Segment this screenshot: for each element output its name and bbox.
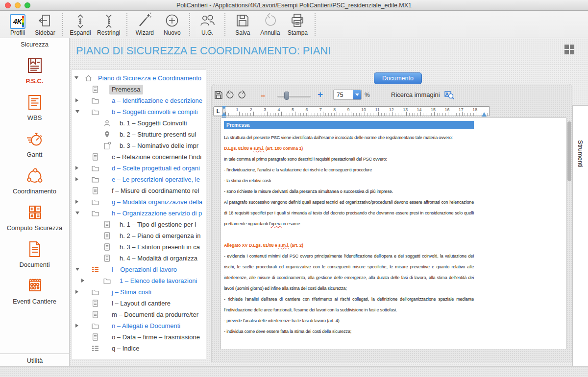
tree-item-label: i – Operazioni di lavoro [112, 264, 177, 275]
body-paragraph: Al paragrafo successivo vengono definiti… [224, 197, 474, 229]
tree-item-12[interactable]: h – Organizzazione servizio di p [72, 208, 206, 219]
disclosure-closed-icon[interactable] [75, 98, 78, 102]
tree-item-label: j – Stima costi [112, 286, 151, 298]
sidebar-item-psc[interactable]: P.S.C. [0, 56, 69, 85]
combobox-dropdown-button[interactable] [353, 90, 361, 99]
toolbar-button-wizard[interactable]: Wizard [134, 12, 155, 36]
tree-item-24[interactable]: q – Indice [72, 343, 206, 354]
toolbar-button-salva[interactable]: Salva [232, 12, 253, 36]
ruler-number: 13 [403, 107, 408, 112]
toolbar-button-profili[interactable]: 4KProfili [7, 12, 28, 36]
toolbar-button-ug[interactable]: U.G. [196, 12, 218, 36]
sidebar-item-coordinamento[interactable]: Coordinamento [0, 166, 69, 195]
zoom-slider-thumb[interactable] [284, 92, 289, 100]
pin-icon [103, 130, 111, 139]
save-document-icon[interactable] [214, 90, 223, 102]
vertical-scrollbar-thumb[interactable] [567, 121, 571, 181]
tree-item-label: c – Relazione concernente l'indi [112, 151, 201, 163]
tree-item-15[interactable]: h. 3 – Estintori presenti in ca [72, 241, 206, 253]
tree-item-label: 1 – Elenco delle lavorazioni [120, 275, 197, 286]
toolbar-button-espandi[interactable]: Espandi [70, 12, 91, 36]
tree-item-7[interactable]: c – Relazione concernente l'indi [72, 151, 206, 163]
tree-item-label: q – Indice [112, 343, 139, 354]
tree-item-label: h. 4 – Modalità di organizza [120, 253, 197, 264]
sidebar-item-wbs[interactable]: WBS [0, 93, 69, 121]
tree-item-9[interactable]: e – Le prescrizioni operative, le [72, 174, 206, 185]
tree-item-23[interactable]: o – Data – firme – trasmissione [72, 331, 206, 343]
tree-item-13[interactable]: h. 1 – Tipo di gestione per i [72, 219, 206, 230]
tree-item-14[interactable]: h. 2 – Piano di emergenza in [72, 230, 206, 241]
tools-side-panel[interactable]: Strumenti [572, 105, 588, 366]
sidebar-item-eventi[interactable]: Eventi Cantiere [0, 276, 69, 305]
tree-item-2[interactable]: a – Identificazione e descrizione [72, 95, 206, 106]
zoom-out-button[interactable]: – [261, 91, 265, 101]
toolbar-button-label: Sidebar [35, 29, 55, 36]
tree-item-5[interactable]: b. 2 – Strutture presenti sul [72, 129, 206, 140]
toolbar-button-sidebar[interactable]: Sidebar [34, 12, 56, 36]
tree-item-1[interactable]: Premessa [72, 84, 206, 95]
image-search-icon[interactable] [444, 90, 455, 102]
tree-item-label: Piano di Sicurezza e Coordinamento [98, 72, 201, 84]
ruler-number: 4 [278, 107, 280, 112]
disclosure-closed-icon[interactable] [81, 279, 84, 283]
tree-item-19[interactable]: j – Stima costi [72, 286, 206, 298]
tree-item-16[interactable]: h. 4 – Modalità di organizza [72, 253, 206, 264]
tree-item-3[interactable]: b – Soggetti coinvolti e compiti [72, 106, 206, 118]
tree-item-4[interactable]: b. 1 – Soggetti Coinvolti [72, 118, 206, 129]
disclosure-closed-icon[interactable] [75, 177, 78, 181]
left-indent-marker[interactable] [221, 112, 226, 116]
toolbar-button-restringi[interactable]: Restringi [97, 12, 120, 36]
tree-item-11[interactable]: g – Modalità organizzazive della [72, 196, 206, 208]
tab-documento[interactable]: Documento [374, 72, 422, 84]
sidebar-item-label: P.S.C. [26, 77, 44, 85]
document-page[interactable]: PremessaLa struttura del presente PSC vi… [220, 118, 566, 349]
right-indent-marker[interactable] [482, 112, 487, 117]
layout-grid-icon[interactable] [564, 45, 574, 54]
tree-item-6[interactable]: b. 3 – Nominativo delle impr [72, 140, 206, 151]
tree-item-8[interactable]: d – Scelte progettuali ed organi [72, 163, 206, 174]
ruler-number: 2 [250, 107, 252, 112]
text-run: Allegato XV D.Lgs. 81/08 e [224, 243, 278, 248]
tree-item-22[interactable]: n – Allegati e Documenti [72, 320, 206, 331]
tree-item-10[interactable]: f – Misure di coordinamento rel [72, 185, 206, 196]
sidebar-item-documenti[interactable]: Documenti [0, 239, 69, 268]
first-line-indent-marker[interactable] [221, 106, 226, 110]
sidebar-item-gantt[interactable]: Gantt [0, 129, 69, 158]
toolbar-button-label: Stampa [288, 29, 308, 36]
tree-item-0[interactable]: Piano di Sicurezza e Coordinamento [72, 72, 206, 84]
disclosure-open-icon[interactable] [75, 268, 79, 271]
doc-icon [91, 299, 99, 307]
disclosure-open-icon[interactable] [74, 76, 78, 79]
toolbar-button-stampa[interactable]: Stampa [287, 12, 308, 36]
disclosure-closed-icon[interactable] [75, 324, 78, 328]
tree-item-label: d – Scelte progettuali ed organi [112, 163, 200, 174]
tree-item-18[interactable]: 1 – Elenco delle lavorazioni [72, 275, 206, 286]
panel-splitter[interactable] [208, 70, 208, 359]
ruler-number: 12 [389, 107, 394, 112]
toolbar-button-nuovo[interactable]: Nuovo [161, 12, 183, 36]
tree-item-label: n – Allegati e Documenti [112, 320, 180, 331]
zoom-level-combobox[interactable]: 75 [333, 90, 362, 100]
tree-item-21[interactable]: m – Documenti da produrre/ter [72, 309, 206, 320]
text-run: In tale comma al primo paragrafo sono de… [224, 157, 387, 162]
section-heading-bar: Premessa [224, 121, 474, 129]
zoom-in-button[interactable]: + [318, 89, 323, 100]
tree-item-label: a – Identificazione e descrizione [112, 95, 202, 106]
disclosure-closed-icon[interactable] [75, 166, 78, 170]
disclosure-closed-icon[interactable] [75, 290, 78, 294]
sidebar-item-utilita[interactable]: Utilità [0, 353, 70, 364]
disclosure-open-icon[interactable] [75, 212, 79, 214]
disclosure-closed-icon[interactable] [75, 200, 78, 204]
tree-item-17[interactable]: i – Operazioni di lavoro [72, 264, 206, 275]
redo-icon[interactable] [237, 90, 247, 102]
toolbar-button-annulla[interactable]: Annulla [259, 12, 281, 36]
sidebar-item-computo[interactable]: Computo Sicurezza [0, 203, 69, 232]
page-title: PIANO DI SICUREZZA E COORDINAMENTO: PIAN… [76, 45, 331, 57]
tree-item-label: h. 3 – Estintori presenti in ca [120, 241, 200, 253]
body-paragraph: - individua come deve essere fatta la st… [224, 326, 474, 337]
tree-item-20[interactable]: l – Layout di cantiere [72, 298, 206, 309]
text-run: - richiede l'analisi dell'area di cantie… [224, 297, 474, 312]
zoom-slider-track[interactable] [277, 96, 311, 97]
disclosure-open-icon[interactable] [75, 110, 79, 113]
undo-icon[interactable] [225, 90, 235, 102]
